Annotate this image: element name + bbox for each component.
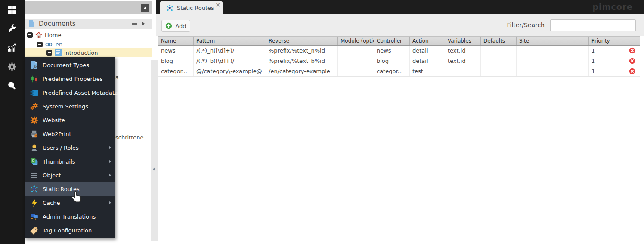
menu-item-label: System Settings (43, 103, 88, 110)
menu-item-cache[interactable]: Cache (25, 196, 115, 210)
tab-label: Static Routes (177, 5, 214, 11)
cell-site (517, 66, 589, 76)
documents-icon (29, 20, 34, 27)
cell-name: news (158, 46, 194, 56)
tree-node-introduction[interactable]: introduction (25, 48, 152, 57)
app-sidebar (0, 0, 25, 244)
tree-node-label: introduction (64, 49, 98, 56)
table-row[interactable]: blog/(.*)_b([\d]+)/%prefix/%text_b%idblo… (158, 56, 640, 66)
tab-bar: Static Routes × pimcore (156, 0, 644, 14)
menu-item-label: Web2Print (43, 131, 71, 137)
menu-item-system-settings[interactable]: System Settings (25, 99, 115, 113)
documents-panel-header[interactable]: Documents (25, 19, 152, 29)
cell-action: detail (410, 46, 445, 56)
column-header-actions[interactable] (624, 37, 640, 45)
submenu-arrow-icon (109, 201, 111, 204)
thumbnails-icon (30, 158, 38, 166)
menu-item-tag-configuration[interactable]: Tag Configuration (25, 223, 115, 237)
menu-item-admin-translations[interactable]: Admin Translations (25, 210, 115, 223)
column-header-defaults[interactable]: Defaults (481, 37, 517, 45)
menu-item-object[interactable]: Object (25, 168, 115, 182)
apps-icon[interactable] (7, 5, 17, 15)
column-header-controller[interactable]: Controller (374, 37, 410, 45)
link-icon (45, 41, 53, 48)
cell-reverse: %prefix/%text_n%id (266, 46, 338, 56)
table-row[interactable]: categor...@/category\-example@/en/catego… (158, 66, 640, 77)
grid-body: news/(.*)_n([\d]+)/%prefix/%text_n%idnew… (158, 46, 640, 77)
add-button[interactable]: Add (161, 20, 190, 32)
grid-header-row: NamePatternReverseModule (optioControlle… (158, 36, 640, 46)
column-header-pattern[interactable]: Pattern (194, 37, 266, 45)
cell-pattern: /(.*)_n([\d]+)/ (194, 46, 266, 56)
table-row[interactable]: news/(.*)_n([\d]+)/%prefix/%text_n%idnew… (158, 46, 640, 56)
cell-variables: text,id (445, 56, 481, 66)
panel-splitter[interactable] (151, 60, 158, 241)
tree-node-en[interactable]: en (25, 40, 152, 49)
menu-item-label: Tag Configuration (43, 227, 92, 234)
collapse-panel-button[interactable] (141, 4, 149, 12)
predefined-properties-icon (30, 75, 38, 83)
menu-item-document-types[interactable]: Document Types (25, 58, 115, 72)
cell-site (517, 56, 589, 66)
cell-priority: 1 (589, 56, 624, 66)
column-header-action[interactable]: Action (410, 37, 445, 45)
home-icon (35, 31, 42, 38)
column-header-site[interactable]: Site (517, 37, 589, 45)
collapse-node-icon[interactable] (37, 42, 43, 47)
website-icon (30, 116, 38, 124)
column-header-reverse[interactable]: Reverse (266, 37, 338, 45)
static-routes-grid: NamePatternReverseModule (optioControlle… (158, 36, 640, 77)
splitter-collapse-icon[interactable] (153, 167, 155, 171)
column-header-priority[interactable]: Priority (589, 37, 624, 45)
predefined-asset-metadata-icon (30, 89, 38, 97)
document-types-icon (30, 61, 38, 69)
column-header-name[interactable]: Name (158, 37, 194, 45)
delete-row-icon[interactable] (624, 46, 640, 56)
delete-row-icon[interactable] (624, 56, 640, 66)
tree-panel-top-bar (25, 1, 152, 14)
collapse-node-icon[interactable] (27, 32, 33, 38)
menu-item-predefined-properties[interactable]: Predefined Properties (25, 72, 115, 86)
settings-icon[interactable] (7, 62, 17, 71)
cell-variables: text,id (445, 46, 481, 56)
reports-icon[interactable] (7, 43, 17, 52)
cell-name: blog (158, 56, 194, 66)
cell-priority: 1 (589, 66, 624, 76)
delete-row-icon[interactable] (624, 66, 640, 76)
menu-item-predefined-asset-metadata[interactable]: Predefined Asset Metadata (25, 86, 115, 99)
cell-pattern: /(.*)_b([\d]+)/ (194, 56, 266, 66)
menu-item-website[interactable]: Website (25, 113, 115, 127)
wrench-icon[interactable] (7, 24, 17, 33)
menu-item-label: Predefined Asset Metadata (43, 90, 118, 96)
menu-item-label: Thumbnails (43, 158, 75, 165)
search-icon[interactable] (7, 81, 17, 90)
cell-defaults (481, 66, 517, 76)
cell-name: categor... (158, 66, 194, 76)
menu-item-static-routes[interactable]: Static Routes (25, 182, 115, 196)
tab-close-icon[interactable]: × (215, 1, 220, 8)
cell-controller: categor... (374, 66, 410, 76)
filter-search-input[interactable] (550, 19, 636, 31)
panel-title: Documents (39, 20, 76, 28)
document-icon (55, 49, 62, 56)
panel-expand-arrow-icon[interactable] (142, 22, 145, 26)
cell-module-optio (338, 56, 374, 66)
panel-minimize-icon[interactable] (132, 23, 137, 25)
tree-node-home[interactable]: Home (25, 30, 152, 40)
occluded-tree-text: schrittene (115, 134, 144, 141)
menu-item-label: Website (43, 117, 65, 124)
column-header-variables[interactable]: Variables (445, 37, 481, 45)
tab-static-routes[interactable]: Static Routes × (160, 1, 223, 14)
collapse-node-icon[interactable] (46, 50, 52, 56)
toolbar: Add Filter/Search (156, 14, 644, 36)
menu-item-label: Document Types (43, 62, 89, 68)
menu-item-web2print[interactable]: Web2Print (25, 127, 115, 141)
tree-node-label: en (56, 41, 62, 48)
cell-reverse: /en/category-example (266, 66, 338, 76)
cell-variables (445, 66, 481, 76)
column-header-module-optio[interactable]: Module (optio (338, 37, 374, 45)
cell-module-optio (338, 66, 374, 76)
menu-item-label: Cache (43, 200, 60, 206)
menu-item-users-roles[interactable]: Users / Roles (25, 141, 115, 154)
menu-item-thumbnails[interactable]: Thumbnails (25, 154, 115, 168)
